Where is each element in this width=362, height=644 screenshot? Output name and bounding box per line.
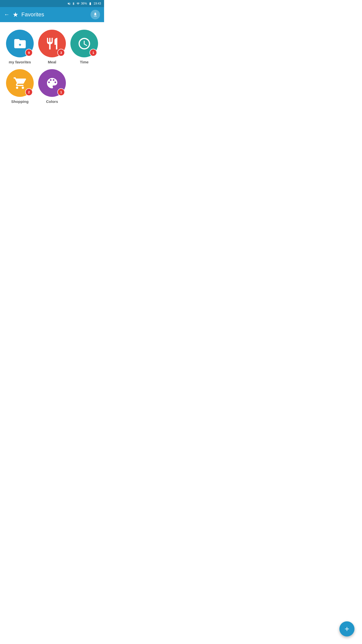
badge-colors: 1 (57, 88, 65, 96)
label-shopping: Shopping (11, 99, 28, 104)
badge-my-favorites: 9 (25, 49, 33, 56)
category-time[interactable]: 1 Time (69, 30, 99, 64)
label-colors: Colors (46, 99, 58, 104)
cart-icon (13, 76, 27, 90)
battery-text: 36% (81, 2, 87, 5)
time-text: 19:43 (94, 2, 101, 5)
palette-icon (45, 76, 59, 90)
badge-meal: 3 (57, 49, 65, 56)
badge-time: 1 (89, 49, 97, 56)
status-bar: 36% 19:43 (0, 0, 104, 7)
categories-grid: 9 my favorites 3 Meal 1 Time (0, 22, 104, 109)
folder-star-icon (13, 37, 27, 51)
category-meal[interactable]: 3 Meal (37, 30, 67, 64)
circle-wrapper-meal: 3 (38, 30, 66, 57)
category-shopping[interactable]: 2 Shopping (5, 69, 35, 104)
app-bar-title: Favorites (21, 11, 87, 18)
download-icon (93, 12, 98, 17)
label-meal: Meal (48, 60, 56, 64)
badge-shopping: 2 (25, 88, 33, 96)
download-button[interactable] (90, 10, 100, 19)
category-colors[interactable]: 1 Colors (37, 69, 67, 104)
circle-wrapper-shopping: 2 (6, 69, 34, 97)
mute-icon (67, 2, 71, 5)
app-bar: ← ★ Favorites (0, 7, 104, 22)
signal-icon (76, 2, 80, 5)
bluetooth-icon (72, 2, 75, 5)
cutlery-icon (45, 37, 59, 51)
clock-icon (77, 37, 91, 51)
battery-icon (88, 2, 92, 5)
status-icons: 36% 19:43 (67, 2, 101, 5)
label-time: Time (80, 60, 89, 64)
circle-wrapper-my-favorites: 9 (6, 30, 34, 57)
circle-wrapper-colors: 1 (38, 69, 66, 97)
category-my-favorites[interactable]: 9 my favorites (5, 30, 35, 64)
back-button[interactable]: ← (4, 11, 10, 18)
star-icon: ★ (13, 11, 18, 19)
circle-wrapper-time: 1 (70, 30, 98, 57)
label-my-favorites: my favorites (9, 60, 31, 64)
